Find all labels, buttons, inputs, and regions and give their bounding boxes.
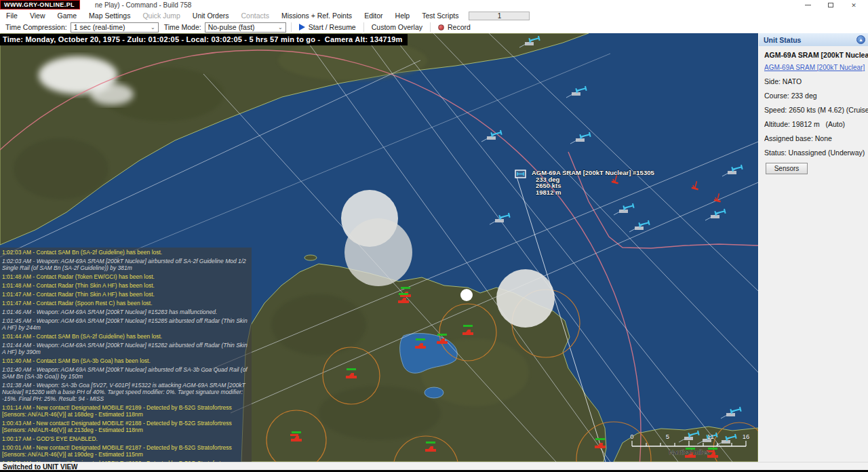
toolbar-separator: [291, 22, 292, 32]
log-message: 1:01:47 AM - Contact Radar (Thin Skin A …: [2, 291, 250, 298]
status-bar-message: Switched to UNIT VIEW: [3, 463, 78, 471]
log-message: 1:02:03 AM - Weapon: AGM-69A SRAM [200kT…: [2, 258, 250, 271]
collapse-panel-button[interactable]: ▲: [856, 35, 865, 44]
unit-status-panel: Unit Status ▲ AGM-69A SRAM [200kT Nuclea…: [758, 33, 868, 462]
time-compression-dropdown[interactable]: 1 sec (real-time) ⌄: [71, 22, 159, 33]
unit-status-text: Status: Unassigned (Underway): [764, 149, 868, 157]
log-message: 1:00:01 AM - New contact! Designated MOB…: [2, 444, 250, 458]
unit-course: Course: 233 deg: [764, 92, 868, 100]
log-message: 1:00:17 AM - GOD'S EYE ENABLED.: [2, 435, 250, 442]
log-message: 1:01:44 AM - Weapon: AGM-69A SRAM [200kT…: [2, 342, 250, 355]
log-message: 1:01:48 AM - Contact Radar (Thin Skin A …: [2, 282, 250, 289]
unit-assigned-base: Assigned base: None: [764, 134, 868, 142]
menu-item-unit-orders[interactable]: Unit Orders: [186, 12, 235, 20]
log-message: 1:01:40 AM - Contact SAM Bn (SA-3b Goa) …: [2, 357, 250, 364]
watermark-badge: WWW.GRY-ONLINE.PL: [0, 0, 80, 9]
unit-status-header: Unit Status ▲: [759, 33, 868, 46]
menu-item-editor[interactable]: Editor: [358, 12, 389, 20]
record-button[interactable]: Record: [435, 23, 473, 31]
custom-overlay-button[interactable]: Custom Overlay: [369, 23, 425, 31]
scale-tick-label: 16: [743, 433, 750, 440]
unit-status-title: Unit Status: [764, 36, 801, 44]
record-icon: [438, 24, 444, 31]
log-message: 1:02:03 AM - Contact SAM Bn (SA-2f Guide…: [2, 249, 250, 256]
time-compression-label: Time Compression:: [5, 23, 67, 31]
status-bar: Switched to UNIT VIEW: [0, 462, 868, 472]
unit-database-link[interactable]: AGM-69A SRAM [200kT Nuclear]: [764, 64, 868, 71]
log-message: 1:01:44 AM - Contact SAM Bn (SA-2f Guide…: [2, 333, 250, 340]
lake: [425, 387, 443, 398]
menu-item-missions-ref-points[interactable]: Missions + Ref. Points: [275, 12, 358, 20]
test-scripts-value[interactable]: 1: [469, 12, 530, 20]
unit-name: AGM-69A SRAM [200kT Nuclear] #15305: [764, 51, 868, 59]
log-message: 1:01:47 AM - Contact Radar (Spoon Rest C…: [2, 300, 250, 307]
unit-altitude: Altitude: 19812 m (Auto): [764, 120, 868, 128]
menu-item-game[interactable]: Game: [52, 12, 83, 20]
time-compression-value: 1 sec (real-time): [74, 23, 125, 31]
menu-bar: FileViewGameMap SettingsQuick JumpUnit O…: [0, 10, 868, 21]
log-message: 1:01:46 AM - Weapon: AGM-69A SRAM [200kT…: [2, 309, 250, 315]
log-message: 1:01:40 AM - Weapon: AGM-69A SRAM [200kT…: [2, 366, 250, 380]
menu-item-contacts: Contacts: [235, 12, 275, 20]
menu-item-view[interactable]: View: [24, 12, 52, 20]
island: [304, 255, 317, 260]
record-label: Record: [448, 23, 471, 31]
unit-side: Side: NATO: [764, 77, 868, 85]
log-message: 1:01:14 AM - New contact! Designated MOB…: [2, 404, 250, 418]
log-message: 1:01:38 AM - Weapon: SA-3b Goa [5V27, V-…: [2, 382, 250, 402]
sensors-button[interactable]: Sensors: [766, 163, 808, 174]
time-mode-label: Time Mode:: [164, 23, 201, 31]
time-mode-dropdown[interactable]: No-pulse (fast) ⌄: [205, 22, 286, 33]
scale-tick-label: 0: [630, 433, 633, 440]
log-message: 1:00:43 AM - New contact! Designated MOB…: [2, 420, 250, 433]
time-status-bar: Time: Monday, October 20, 1975 - Zulu: 0…: [0, 34, 408, 45]
menu-item-help[interactable]: Help: [389, 12, 416, 20]
toolbar-separator: [430, 22, 431, 32]
unit-speed: Speed: 2650 kts (M 4.62) (Cruise) (Auto): [764, 106, 868, 114]
menu-item-map-settings[interactable]: Map Settings: [83, 12, 136, 20]
scale-tick-label: 11: [707, 433, 714, 440]
svg-text:Nautical miles: Nautical miles: [669, 448, 709, 456]
window-title: ne Play) - Command - Build 758: [95, 1, 191, 9]
toolbar: Time Compression: 1 sec (real-time) ⌄ Ti…: [0, 21, 868, 33]
log-message: 1:01:48 AM - Contact Radar (Token EW/GCI…: [2, 273, 250, 280]
menu-item-file[interactable]: File: [0, 12, 24, 20]
time-mode-value: No-pulse (fast): [208, 23, 255, 31]
chevron-down-icon: ⌄: [271, 24, 283, 31]
start-resume-button[interactable]: Start / Resume: [296, 23, 359, 31]
close-button[interactable]: ✕: [842, 0, 865, 10]
svg-text:19812 m: 19812 m: [536, 189, 561, 196]
title-bar: WWW.GRY-ONLINE.PL ne Play) - Command - B…: [0, 0, 868, 10]
maximize-button[interactable]: [819, 0, 842, 10]
menu-item-test-scripts[interactable]: Test Scripts: [416, 12, 465, 20]
toolbar-separator: [363, 22, 364, 32]
log-message: 1:01:45 AM - Weapon: AGM-69A SRAM [200kT…: [2, 317, 250, 331]
selected-unit-marker[interactable]: [515, 170, 526, 178]
play-icon: [299, 24, 305, 31]
minimize-button[interactable]: [796, 0, 819, 10]
message-log[interactable]: 1:02:03 AM - Contact SAM Bn (SA-2f Guide…: [0, 248, 252, 462]
menu-item-quick-jump: Quick Jump: [136, 12, 186, 20]
chevron-down-icon: ⌄: [144, 24, 155, 31]
start-resume-label: Start / Resume: [309, 23, 356, 31]
scale-tick-label: 5: [666, 433, 669, 440]
